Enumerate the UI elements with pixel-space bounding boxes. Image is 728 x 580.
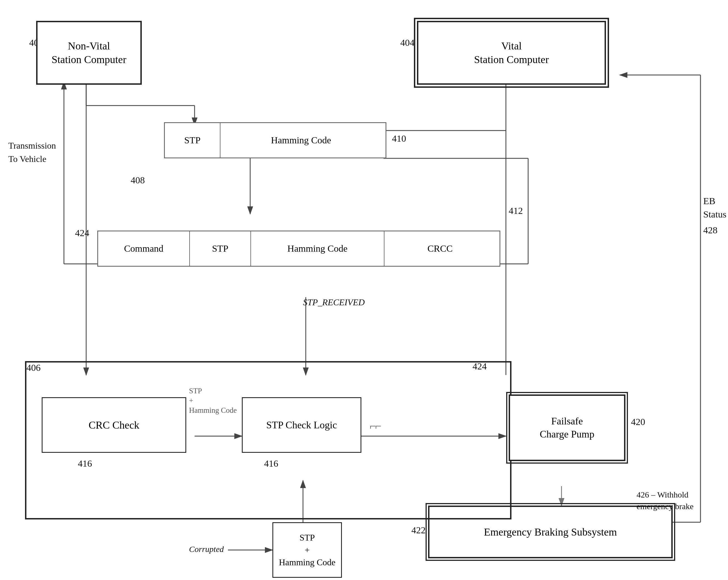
failsafe-label: Failsafe Charge Pump [540, 415, 594, 441]
eb-status-label: EB Status [703, 194, 726, 221]
cell-hamming-410: Hamming Code [220, 123, 382, 158]
cell-crcc: CRCC [385, 231, 496, 266]
cell-stp-412: STP [190, 231, 251, 266]
non-vital-computer-box: Non-Vital Station Computer [36, 21, 142, 85]
stp-hamming-418-box: STP + Hamming Code [272, 522, 342, 578]
ref-426: 426 – Withhold emergency brake [636, 489, 694, 512]
transmission-label: Transmission To Vehicle [8, 139, 58, 166]
stp-check-logic-label: STP Check Logic [266, 419, 337, 431]
stp-hamming-418-label: STP + Hamming Code [279, 531, 336, 569]
ref-412: 412 [509, 205, 523, 216]
cell-hamming-412: Hamming Code [251, 231, 385, 266]
diagram: 402 Non-Vital Station Computer 404 Vital… [0, 0, 728, 580]
failsafe-charge-pump-box: Failsafe Charge Pump [509, 394, 625, 461]
ref-404: 404 [400, 37, 414, 48]
cell-stp-410: STP [165, 123, 220, 158]
vital-label: Vital Station Computer [474, 39, 549, 67]
ref-420: 420 [631, 417, 645, 427]
ref-428: 428 [703, 225, 718, 236]
cell-command: Command [98, 231, 190, 266]
emergency-braking-label: Emergency Braking Subsystem [484, 526, 617, 538]
ref-408: 408 [131, 175, 145, 186]
corrupted-label: Corrupted [189, 545, 224, 554]
stp-received-label: STP_RECEIVED [303, 297, 365, 307]
crc-check-label: CRC Check [89, 419, 139, 431]
non-vital-label: Non-Vital Station Computer [51, 39, 126, 67]
ref-410: 410 [392, 133, 406, 144]
packet-410: STP Hamming Code [164, 122, 386, 158]
packet-412: Command STP Hamming Code CRCC [97, 230, 500, 267]
stp-check-logic-box: STP Check Logic [242, 397, 361, 453]
ref-424-top: 424 [75, 228, 89, 238]
vital-computer-box: Vital Station Computer [417, 21, 606, 85]
crc-check-box: CRC Check [42, 397, 186, 453]
ref-422: 422 [411, 525, 425, 535]
